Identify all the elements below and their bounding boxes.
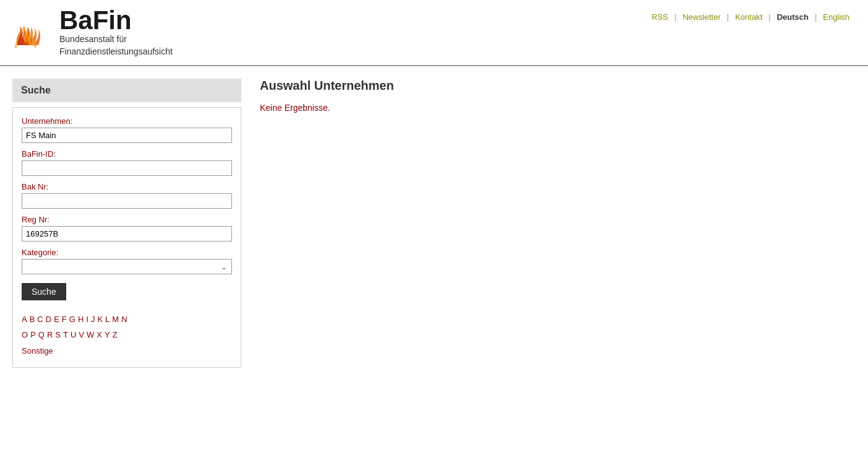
kategorie-select-wrapper: ⌄ xyxy=(22,259,232,274)
alphabet-link-H[interactable]: H xyxy=(78,315,84,324)
unternehmen-group: Unternehmen: xyxy=(22,116,232,143)
alphabet-link-N[interactable]: N xyxy=(121,315,127,324)
alphabet-link-M[interactable]: M xyxy=(112,315,119,324)
content-title: Auswahl Unternehmen xyxy=(260,79,856,93)
alphabet-link-R[interactable]: R xyxy=(47,330,53,339)
alphabet-link-Z[interactable]: Z xyxy=(113,330,118,339)
top-navigation: RSS | Newsletter | Kontakt | Deutsch | E… xyxy=(645,7,856,22)
newsletter-link[interactable]: Newsletter xyxy=(676,12,726,22)
bafin-id-input[interactable] xyxy=(22,160,232,176)
alphabet-link-W[interactable]: W xyxy=(87,330,94,339)
reg-nr-group: Reg Nr: xyxy=(22,215,232,242)
alphabet-link-V[interactable]: V xyxy=(79,330,84,339)
alphabet-link-G[interactable]: G xyxy=(69,315,75,324)
alphabet-navigation: ABCDEFGHIJKLMN OPQRSTUVWXYZ Sonstige xyxy=(22,312,232,359)
alphabet-link-K[interactable]: K xyxy=(97,315,103,324)
alphabet-link-U[interactable]: U xyxy=(71,330,76,339)
no-results-message: Keine Ergebnisse. xyxy=(260,103,856,113)
unternehmen-label: Unternehmen: xyxy=(22,116,232,126)
alphabet-link-L[interactable]: L xyxy=(105,315,110,324)
reg-nr-label: Reg Nr: xyxy=(22,215,232,224)
alphabet-link-C[interactable]: C xyxy=(37,315,43,324)
content-area: Auswahl Unternehmen Keine Ergebnisse. xyxy=(241,79,856,368)
alphabet-link-J[interactable]: J xyxy=(91,315,95,324)
logo-area: BaFin Bundesanstalt für Finanzdienstleis… xyxy=(12,7,173,58)
alphabet-link-T[interactable]: T xyxy=(63,330,68,339)
english-lang[interactable]: English xyxy=(817,12,856,22)
alphabet-link-D[interactable]: D xyxy=(46,315,51,324)
logo-subtitle: Bundesanstalt für Finanzdienstleistungsa… xyxy=(59,33,173,58)
alphabet-link-B[interactable]: B xyxy=(30,315,35,324)
bak-nr-group: Bak Nr: xyxy=(22,182,232,209)
search-form: Unternehmen: BaFin-ID: Bak Nr: Reg Nr: K… xyxy=(12,107,241,368)
bak-nr-label: Bak Nr: xyxy=(22,182,232,191)
alphabet-link-O[interactable]: O xyxy=(22,330,28,339)
alphabet-link-P[interactable]: P xyxy=(30,330,36,339)
kategorie-label: Kategorie: xyxy=(22,248,232,257)
kategorie-group: Kategorie: ⌄ xyxy=(22,248,232,274)
kontakt-link[interactable]: Kontakt xyxy=(729,12,768,22)
alphabet-link-sonstige[interactable]: Sonstige xyxy=(22,346,53,355)
alphabet-link-X[interactable]: X xyxy=(97,330,102,339)
bafin-logo-icon xyxy=(12,14,49,51)
page-header: BaFin Bundesanstalt für Finanzdienstleis… xyxy=(0,0,868,65)
alphabet-link-I[interactable]: I xyxy=(86,315,88,324)
rss-link[interactable]: RSS xyxy=(645,12,674,22)
alphabet-link-F[interactable]: F xyxy=(62,315,67,324)
alphabet-link-Q[interactable]: Q xyxy=(38,330,45,339)
alphabet-link-Y[interactable]: Y xyxy=(105,330,110,339)
alphabet-link-A[interactable]: A xyxy=(22,315,27,324)
alphabet-link-E[interactable]: E xyxy=(54,315,59,324)
deutsch-lang[interactable]: Deutsch xyxy=(771,12,815,22)
bafin-id-label: BaFin-ID: xyxy=(22,149,232,159)
search-button[interactable]: Suche xyxy=(22,283,66,300)
logo-name: BaFin xyxy=(59,7,173,33)
unternehmen-input[interactable] xyxy=(22,128,232,143)
reg-nr-input[interactable] xyxy=(22,226,232,242)
kategorie-select[interactable] xyxy=(22,259,232,274)
bak-nr-input[interactable] xyxy=(22,193,232,209)
main-layout: Suche Unternehmen: BaFin-ID: Bak Nr: Reg… xyxy=(0,66,868,380)
alphabet-link-S[interactable]: S xyxy=(55,330,61,339)
alphabet-row-2: OPQRSTUVWXYZ xyxy=(22,327,232,342)
alphabet-row-1: ABCDEFGHIJKLMN xyxy=(22,312,232,327)
sidebar: Suche Unternehmen: BaFin-ID: Bak Nr: Reg… xyxy=(12,79,241,368)
sidebar-title: Suche xyxy=(12,79,241,102)
alphabet-sonstige-row: Sonstige xyxy=(22,343,232,359)
bafin-id-group: BaFin-ID: xyxy=(22,149,232,176)
